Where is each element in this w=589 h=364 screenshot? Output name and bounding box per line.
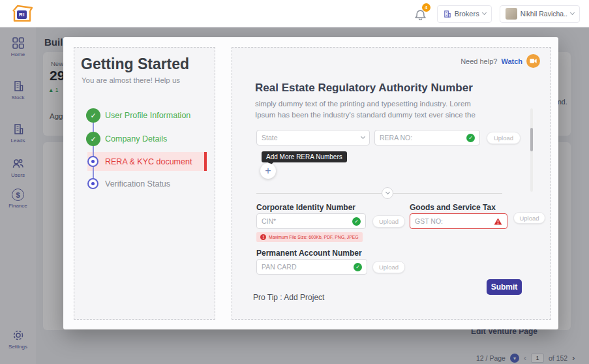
watch-link[interactable]: Watch <box>501 57 522 65</box>
step-done-icon: ✓ <box>86 132 100 146</box>
app-logo[interactable]: RI <box>10 3 34 24</box>
section-divider <box>256 193 502 194</box>
app-screen: RI 4 Brokers Nikhil Ra <box>0 0 589 364</box>
pan-field: ✓ <box>256 259 367 275</box>
getting-started-panel: Getting Started You are almost there! He… <box>74 47 215 320</box>
step-dot-icon <box>87 156 98 167</box>
step-verification-status[interactable]: Verification Status <box>105 179 170 189</box>
chevron-down-icon <box>482 10 487 15</box>
user-name: Nikhil Ravicha.. <box>521 10 567 18</box>
valid-check-icon: ✓ <box>352 217 361 226</box>
expand-section-button[interactable] <box>382 187 393 199</box>
gst-section-label: Goods and Service Tax <box>410 203 496 212</box>
state-select-value: State <box>262 134 278 142</box>
panel-scrollbar <box>530 108 533 192</box>
watch-video-button[interactable] <box>526 54 540 68</box>
gst-field <box>410 213 507 229</box>
error-dot-icon: ! <box>260 234 266 240</box>
org-switcher-button[interactable]: Brokers <box>437 5 492 23</box>
pan-upload-button[interactable]: Upload <box>372 261 405 273</box>
check-icon: ✓ <box>90 112 96 120</box>
pan-section-label: Permanent Account Number <box>256 249 362 258</box>
step-user-profile[interactable]: User Profile Information <box>105 111 190 120</box>
getting-started-title: Getting Started <box>81 55 189 73</box>
valid-check-icon: ✓ <box>466 134 475 142</box>
need-help-label: Need help? <box>461 57 497 65</box>
onboarding-modal: Getting Started You are almost there! He… <box>63 37 558 329</box>
notifications-button[interactable]: 4 <box>412 5 429 22</box>
pan-input[interactable] <box>262 263 354 271</box>
add-rera-button[interactable]: + <box>260 163 276 179</box>
cin-upload-button[interactable]: Upload <box>372 215 405 228</box>
gst-input[interactable] <box>415 217 494 225</box>
steps-timeline <box>93 115 94 184</box>
file-error-text: Maximum File Size: 600Kb, PDF, PNG, JPEG <box>269 235 359 239</box>
alert-triangle-icon <box>494 217 502 226</box>
user-menu-button[interactable]: Nikhil Ravicha.. <box>500 5 580 23</box>
getting-started-subtitle: You are almost there! Help us <box>82 76 180 84</box>
org-label: Brokers <box>455 10 479 18</box>
rera-form-panel: Need help? Watch Real Estate Regulatory … <box>232 47 551 320</box>
check-icon: ✓ <box>90 135 96 144</box>
cin-section-label: Corporate Identity Number <box>256 203 355 212</box>
step-rera-kyc[interactable]: RERA & KYC document <box>105 157 192 166</box>
help-row: Need help? Watch <box>461 54 540 68</box>
chevron-down-icon <box>385 190 389 194</box>
gst-upload-button[interactable]: Upload <box>513 212 545 224</box>
logo-text: RI <box>17 10 27 19</box>
step-company-details[interactable]: Company Details <box>105 134 167 144</box>
avatar <box>506 8 517 20</box>
chevron-down-icon <box>570 10 575 15</box>
form-description: simply dummy text of the printing and ty… <box>255 99 480 120</box>
cin-field: ✓ <box>256 213 366 229</box>
pro-tip-text: Pro Tip : Add Project <box>253 293 324 302</box>
file-size-error: ! Maximum File Size: 600Kb, PDF, PNG, JP… <box>256 232 363 242</box>
chevron-down-icon <box>361 134 365 139</box>
active-step-bar <box>204 152 207 171</box>
rera-number-input[interactable] <box>380 134 466 142</box>
state-select[interactable]: State <box>256 130 370 145</box>
building-icon <box>443 10 451 18</box>
scrollbar-thumb[interactable] <box>530 128 533 151</box>
add-rera-tooltip: Add More RERA Numbers <box>262 151 347 162</box>
top-header: RI 4 Brokers Nikhil Ra <box>0 0 589 27</box>
video-camera-icon <box>530 58 537 64</box>
notification-count-badge: 4 <box>422 3 430 12</box>
cin-input[interactable] <box>262 217 352 225</box>
valid-check-icon: ✓ <box>354 263 362 271</box>
rera-number-field: ✓ <box>374 130 480 145</box>
step-done-icon: ✓ <box>86 108 100 123</box>
submit-button[interactable]: Submit <box>487 279 522 295</box>
plus-icon: + <box>265 165 271 177</box>
step-dot-icon <box>87 178 98 189</box>
rera-upload-button[interactable]: Upload <box>487 132 521 144</box>
form-title: Real Estate Regulatory Authority Number <box>255 82 473 95</box>
